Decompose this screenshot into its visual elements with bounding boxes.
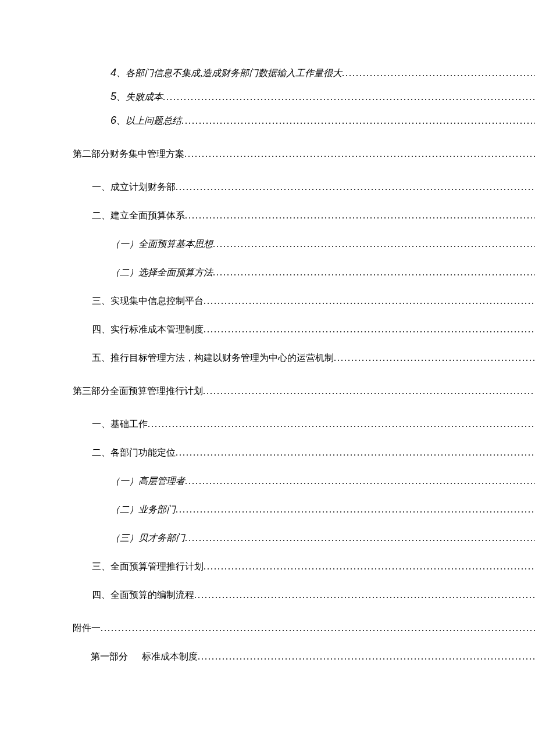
toc-entry-part3: 第三部分全面预算管理推行计划 .........................… xyxy=(0,385,535,397)
toc-entry-p3-3: 三、全面预算管理推行计划 ...........................… xyxy=(0,561,535,573)
toc-text: 五、推行目标管理方法，构建以财务管理为中心的运营机制 xyxy=(92,352,334,364)
dot-leader: ........................................… xyxy=(101,623,535,633)
toc-entry-p2-3: 三、实现集中信息控制平台 ...........................… xyxy=(0,295,535,307)
dot-leader: ........................................… xyxy=(203,386,535,396)
toc-entry-p2-1: 一、成立计划财务部 ..............................… xyxy=(0,181,535,194)
toc-text: 三、全面预算管理推行计划 xyxy=(92,561,204,573)
toc-entry-p3-1: 一、基础工作 .................................… xyxy=(0,418,535,431)
dot-leader: ........................................… xyxy=(198,651,535,662)
toc-entry-part2: 第二部分财务集中管理方案 ...........................… xyxy=(0,148,535,160)
dot-leader: ........................................… xyxy=(176,504,535,515)
toc-entry-item5: 5、失败成本 .................................… xyxy=(0,91,535,103)
toc-text: （二）业务部门 xyxy=(110,504,176,516)
toc-text: 4、各部门信息不集成,造成财务部门数据输入工作量很大 xyxy=(110,67,342,80)
dot-leader: ........................................… xyxy=(185,533,535,543)
dot-leader: ........................................… xyxy=(342,68,535,78)
dot-leader: ........................................… xyxy=(204,296,535,306)
toc-entry-p3-2-2: （二）业务部门 ................................… xyxy=(0,504,535,516)
toc-entry-p2-2-2: （二）选择全面预算方法 ............................… xyxy=(0,267,535,279)
toc-entry-p2-2: 二、建立全面预算体系 .............................… xyxy=(0,210,535,222)
dot-leader: ........................................… xyxy=(185,476,535,486)
toc-text: 5、失败成本 xyxy=(110,91,163,103)
dot-leader: ........................................… xyxy=(181,116,535,126)
toc-entry-item4: 4、各部门信息不集成,造成财务部门数据输入工作量很大 .............… xyxy=(0,67,535,80)
toc-text: 附件一 xyxy=(73,622,101,635)
toc-text: 四、全面预算的编制流程 xyxy=(92,589,194,601)
dot-leader: ........................................… xyxy=(163,92,535,102)
toc-entry-p3-2-1: （一）高层管理者 ...............................… xyxy=(0,475,535,488)
item-sep: 、 xyxy=(116,116,126,126)
toc-entry-appendix: 附件一 ....................................… xyxy=(0,622,535,635)
document-page: 4、各部门信息不集成,造成财务部门数据输入工作量很大 .............… xyxy=(0,0,535,663)
dot-leader: ........................................… xyxy=(194,590,535,600)
dot-leader: ........................................… xyxy=(185,210,535,221)
toc-text: （一）高层管理者 xyxy=(110,475,185,488)
dot-leader: ........................................… xyxy=(204,324,535,335)
part-label: 第一部分 xyxy=(91,651,128,661)
dot-leader: ........................................… xyxy=(176,182,535,192)
toc-entry-p2-4: 四、实行标准成本管理制度 ...........................… xyxy=(0,324,535,336)
toc-text: （二）选择全面预算方法 xyxy=(110,267,213,279)
toc-text: 第二部分财务集中管理方案 xyxy=(73,148,184,160)
item-sep: 、 xyxy=(116,68,126,78)
dot-leader: ........................................… xyxy=(213,239,535,249)
toc-text: 二、建立全面预算体系 xyxy=(92,210,185,222)
toc-text: 6、以上问题总结 xyxy=(110,114,181,127)
toc-text: 第三部分全面预算管理推行计划 xyxy=(73,385,203,397)
item-number: 6 xyxy=(110,114,116,126)
toc-entry-p2-5: 五、推行目标管理方法，构建以财务管理为中心的运营机制 .............… xyxy=(0,352,535,364)
toc-text: （一）全面预算基本思想 xyxy=(110,238,213,250)
toc-text: （三）贝才务部门 xyxy=(110,532,185,544)
toc-entry-p2-2-1: （一）全面预算基本思想 ............................… xyxy=(0,238,535,250)
item-number: 5 xyxy=(110,91,116,102)
part-text: 标准成本制度 xyxy=(142,651,198,661)
dot-leader: ........................................… xyxy=(204,561,535,572)
toc-text: 二、各部门功能定位 xyxy=(92,447,176,459)
toc-entry-p3-2: 二、各部门功能定位 ..............................… xyxy=(0,447,535,459)
item-number: 4 xyxy=(110,67,116,78)
toc-text: 三、实现集中信息控制平台 xyxy=(92,295,204,307)
item-text: 以上问题总结 xyxy=(126,116,181,126)
toc-text: 四、实行标准成本管理制度 xyxy=(92,324,204,336)
toc-entry-item6: 6、以上问题总结 ...............................… xyxy=(0,114,535,127)
toc-text: 第一部分 标准成本制度 xyxy=(91,651,198,663)
dot-leader: ........................................… xyxy=(148,419,535,429)
toc-text: 一、成立计划财务部 xyxy=(92,181,176,194)
item-text: 失败成本 xyxy=(126,92,163,102)
dot-leader: ........................................… xyxy=(176,447,535,458)
dot-leader: ........................................… xyxy=(334,353,535,363)
dot-leader: ........................................… xyxy=(184,149,535,159)
item-sep: 、 xyxy=(116,92,126,102)
dot-leader: ........................................… xyxy=(213,267,535,278)
toc-text: 一、基础工作 xyxy=(92,418,148,431)
toc-entry-p3-2-3: （三）贝才务部门 ...............................… xyxy=(0,532,535,544)
item-text: 各部门信息不集成,造成财务部门数据输入工作量很大 xyxy=(126,68,342,78)
toc-entry-appendix-part1: 第一部分 标准成本制度 ............................… xyxy=(0,651,535,663)
toc-entry-p3-4: 四、全面预算的编制流程 ............................… xyxy=(0,589,535,601)
